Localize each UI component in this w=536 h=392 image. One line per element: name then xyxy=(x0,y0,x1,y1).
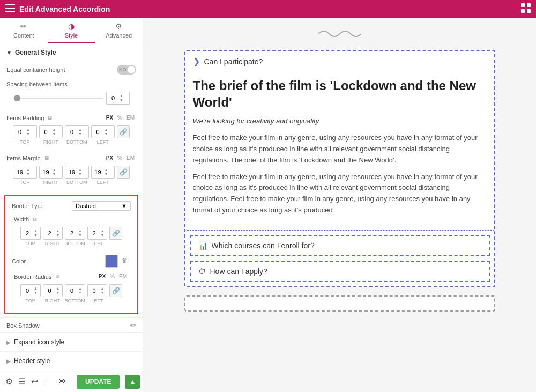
general-style-header[interactable]: ▼ General Style xyxy=(0,43,143,62)
padding-unit-em[interactable]: EM xyxy=(125,114,136,121)
accordion-heading-1: The brief of the film is 'Lockdown and t… xyxy=(193,77,487,110)
border-radius-left-input[interactable] xyxy=(88,287,101,294)
border-radius-bottom-input[interactable] xyxy=(65,287,78,294)
margin-top-input[interactable] xyxy=(13,169,26,175)
padding-bottom-cell[interactable]: ▲▼ xyxy=(65,125,89,138)
svg-rect-5 xyxy=(521,9,525,13)
radius-unit-px[interactable]: PX xyxy=(97,273,107,280)
margin-unit-percent[interactable]: % xyxy=(116,154,124,161)
page-title: Edit Advanced Accordion xyxy=(19,5,517,13)
spacing-group: Spacing between items ▲ ▼ xyxy=(0,78,143,111)
border-radius-top-input[interactable] xyxy=(21,287,34,294)
border-width-link-btn[interactable]: 🔗 xyxy=(109,227,122,240)
tab-advanced[interactable]: ⚙ Advanced xyxy=(95,18,143,43)
margin-left-cell[interactable]: ▲▼ xyxy=(91,166,115,179)
box-shadow-edit-icon[interactable]: ✏ xyxy=(130,321,136,329)
accordion-container: ❯ Can I participate? The brief of the fi… xyxy=(184,50,495,287)
padding-left-cell[interactable]: ▲▼ xyxy=(91,125,115,138)
margin-link-btn[interactable]: 🔗 xyxy=(117,166,130,179)
general-style-arrow: ▼ xyxy=(6,50,12,56)
radius-responsive-icon: 🖥 xyxy=(55,273,60,279)
accordion-body-1: The brief of the film is 'Lockdown and t… xyxy=(185,72,494,230)
border-width-left-cell[interactable]: ▲▼ xyxy=(87,227,108,240)
wave-decoration xyxy=(154,28,525,42)
spacing-slider[interactable] xyxy=(13,98,103,99)
desktop-icon[interactable]: 🖥 xyxy=(43,377,52,387)
padding-right-input[interactable] xyxy=(40,129,53,135)
accordion-para-1-0: We're looking for creativity and origina… xyxy=(193,116,487,127)
settings-icon[interactable]: ⚙ xyxy=(5,376,13,387)
accordion-item-1: ❯ Can I participate? The brief of the fi… xyxy=(185,51,494,231)
svg-rect-1 xyxy=(5,8,15,9)
accordion-header-2[interactable]: 📊 Which courses can I enroll for? xyxy=(191,236,489,255)
padding-right-cell[interactable]: ▲▼ xyxy=(39,125,63,138)
header-style-header[interactable]: ▶ Header style xyxy=(0,352,143,370)
padding-top-cell[interactable]: ▲▼ xyxy=(13,125,37,138)
eye-icon[interactable]: 👁 xyxy=(57,377,66,387)
equal-container-height-toggle[interactable]: NO xyxy=(117,65,136,75)
spacing-value-field[interactable] xyxy=(107,95,120,101)
tab-style[interactable]: ◑ Style xyxy=(48,18,95,43)
padding-responsive-icon: 🖥 xyxy=(47,115,53,121)
border-radius-left-cell[interactable]: ▲▼ xyxy=(87,284,108,297)
border-width-right-input[interactable] xyxy=(43,230,56,236)
margin-unit-em[interactable]: EM xyxy=(125,154,136,161)
menu-icon[interactable] xyxy=(5,4,15,14)
border-color-delete[interactable]: 🗑 xyxy=(119,255,131,267)
tab-bar: ✏ Content ◑ Style ⚙ Advanced xyxy=(0,18,143,43)
border-type-row: Border Type Dashed ▼ xyxy=(8,199,135,213)
update-arrow-button[interactable]: ▲ xyxy=(125,375,140,389)
accordion-chevron-1: ❯ xyxy=(193,56,200,66)
border-width-bottom-input[interactable] xyxy=(65,230,78,236)
border-width-left-input[interactable] xyxy=(88,230,101,236)
border-type-select[interactable]: Dashed ▼ xyxy=(72,201,131,211)
padding-bottom-input[interactable] xyxy=(65,129,78,135)
svg-rect-2 xyxy=(5,11,15,12)
padding-top-input[interactable] xyxy=(13,129,26,135)
border-radius-right-input[interactable] xyxy=(43,287,56,294)
layers-icon[interactable]: ☰ xyxy=(18,376,26,387)
expand-icon-style-header[interactable]: ▶ Expand icon style xyxy=(0,333,143,351)
padding-unit-percent[interactable]: % xyxy=(116,114,124,121)
border-width-bottom-cell[interactable]: ▲▼ xyxy=(65,227,85,240)
border-width-right-cell[interactable]: ▲▼ xyxy=(43,227,63,240)
margin-right-input[interactable] xyxy=(40,169,53,175)
radius-unit-em[interactable]: EM xyxy=(117,273,129,280)
radius-unit-percent[interactable]: % xyxy=(108,273,116,280)
width-responsive-icon: 🖥 xyxy=(32,217,38,223)
grid-icon[interactable] xyxy=(521,3,531,15)
accordion-item-2: 📊 Which courses can I enroll for? xyxy=(190,235,490,256)
topbar: Edit Advanced Accordion xyxy=(0,0,536,18)
spacing-value-input[interactable]: ▲ ▼ xyxy=(106,92,130,105)
border-radius-top-cell[interactable]: ▲▼ xyxy=(20,284,41,297)
padding-left-input[interactable] xyxy=(92,129,105,135)
margin-left-input[interactable] xyxy=(92,169,105,175)
border-radius-right-cell[interactable]: ▲▼ xyxy=(43,284,63,297)
border-width-top-cell[interactable]: ▲▼ xyxy=(20,227,41,240)
update-button[interactable]: UPDATE xyxy=(77,375,120,389)
margin-inputs: ▲▼ ▲▼ ▲▼ ▲▼ 🔗 xyxy=(6,164,136,180)
border-radius-inputs: ▲▼ ▲▼ ▲▼ ▲▼ xyxy=(14,282,129,298)
border-width-top-input[interactable] xyxy=(21,230,34,236)
padding-link-btn[interactable]: 🔗 xyxy=(117,125,130,138)
svg-rect-3 xyxy=(521,3,525,7)
border-width-inputs: ▲▼ ▲▼ ▲▼ ▲▼ xyxy=(14,225,129,241)
spacing-slider-row: ▲ ▼ xyxy=(6,90,136,108)
margin-bottom-input[interactable] xyxy=(65,169,78,175)
margin-bottom-cell[interactable]: ▲▼ xyxy=(65,166,89,179)
svg-rect-6 xyxy=(527,9,531,13)
margin-unit-px[interactable]: PX xyxy=(105,154,115,161)
margin-right-cell[interactable]: ▲▼ xyxy=(39,166,63,179)
border-radius-bottom-cell[interactable]: ▲▼ xyxy=(65,284,85,297)
border-radius-link-btn[interactable]: 🔗 xyxy=(109,284,122,297)
undo-icon[interactable]: ↩ xyxy=(31,376,38,387)
expand-icon-style-section: ▶ Expand icon style xyxy=(0,332,143,351)
border-color-swatch[interactable] xyxy=(105,255,118,268)
tab-content[interactable]: ✏ Content xyxy=(0,18,48,43)
accordion-header-3[interactable]: ⏱ How can I apply? xyxy=(191,262,489,281)
padding-unit-px[interactable]: PX xyxy=(105,114,115,121)
margin-top-cell[interactable]: ▲▼ xyxy=(13,166,37,179)
accordion-icon-2: 📊 xyxy=(198,241,207,250)
accordion-header-1[interactable]: ❯ Can I participate? xyxy=(185,51,494,72)
border-section: Border Type Dashed ▼ Width 🖥 xyxy=(4,195,138,314)
